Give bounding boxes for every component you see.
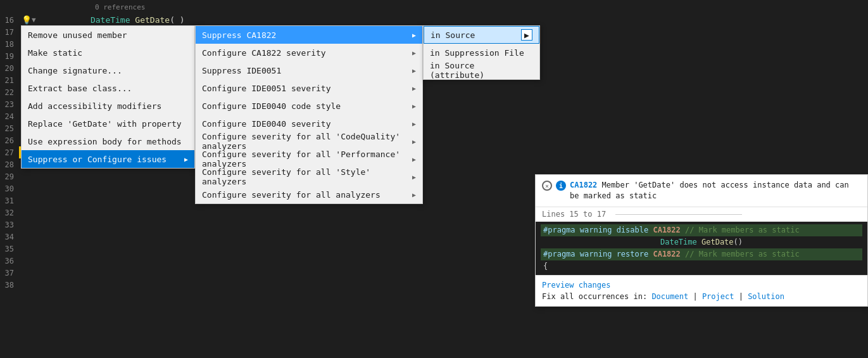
pragma-restore-line: #pragma warning restore CA1822 // Mark m…: [541, 248, 862, 260]
code-line-36: 36: [0, 255, 253, 267]
menu-item-change-signature[interactable]: Change signature...: [22, 61, 194, 79]
line-number-17: 17: [0, 28, 19, 37]
preview-desc-text: Member 'GetDate' does not access instanc…: [570, 181, 849, 200]
submenu-item-label: Configure IDE0040 code style: [202, 101, 341, 111]
code-line-32: 32: [0, 207, 253, 219]
menu-item-label: Replace 'GetDate' with property: [28, 119, 182, 129]
submenu-item-label: Configure severity for all 'CodeQuality'…: [202, 132, 412, 151]
submenu-arrow-icon: ▶: [412, 32, 416, 39]
submenu-item-label: Configure severity for all 'Style' analy…: [202, 167, 412, 186]
preview-header: ⨯ i CA1822 Member 'GetDate' does not acc…: [536, 175, 867, 207]
brace-line: {: [541, 260, 862, 272]
submenu-item-configure-performance[interactable]: Configure severity for all 'Performance'…: [196, 150, 422, 168]
preview-footer: Preview changes Fix all occurrences in: …: [536, 275, 867, 306]
code-line-38: 38: [0, 279, 253, 291]
submenu-item-label: Suppress CA1822: [202, 30, 276, 40]
separator-1: |: [693, 292, 701, 301]
info-icon: i: [556, 181, 566, 191]
submenu2-item-in-suppression-file[interactable]: in Suppression File: [424, 44, 539, 61]
submenu-suppress-configure: Suppress CA1822 ▶ Configure CA1822 sever…: [195, 25, 423, 204]
preview-description: CA1822 Member 'GetDate' does not access …: [570, 180, 861, 201]
submenu2-item-label: in Source (attribute): [430, 61, 533, 80]
menu-item-add-accessibility[interactable]: Add accessibility modifiers: [22, 97, 194, 115]
submenu-item-configure-codequality[interactable]: Configure severity for all 'CodeQuality'…: [196, 132, 422, 150]
menu-item-extract-base[interactable]: Extract base class...: [22, 79, 194, 97]
submenu2-item-in-source-attribute[interactable]: in Source (attribute): [424, 61, 539, 79]
submenu-item-label: Configure severity for all 'Performance'…: [202, 150, 412, 169]
menu-item-label: Extract base class...: [28, 84, 132, 93]
submenu-arrow-icon: ▶: [412, 138, 416, 145]
submenu-arrow-icon: ▶: [412, 103, 416, 110]
submenu-indicator-icon: ▶: [521, 29, 532, 41]
submenu-arrow-icon: ▶: [184, 156, 188, 163]
dropdown-arrow-icon[interactable]: ▼: [32, 16, 36, 24]
submenu-arrow-icon: ▶: [412, 156, 416, 163]
menu-item-label: Add accessibility modifiers: [28, 101, 161, 111]
menu-item-label: Make static: [28, 48, 82, 58]
submenu2-item-label: in Source: [431, 30, 475, 40]
code-line-33: 33: [0, 219, 253, 231]
datetime-line: DateTime GetDate(): [541, 236, 862, 248]
line-number-16: 16: [0, 16, 19, 25]
submenu-item-configure-ide0040-severity[interactable]: Configure IDE0040 severity ▶: [196, 115, 422, 132]
divider: [615, 214, 742, 215]
submenu-in-source: in Source ▶ in Suppression File in Sourc…: [423, 25, 540, 80]
submenu-arrow-icon: ▶: [412, 174, 416, 181]
menu-item-expression-body[interactable]: Use expression body for methods: [22, 132, 194, 150]
menu-item-suppress-configure[interactable]: Suppress or Configure issues ▶: [22, 150, 194, 168]
submenu-item-label: Configure CA1822 severity: [202, 48, 326, 58]
fix-all-line: Fix all occurrences in: Document | Proje…: [542, 292, 861, 301]
code-line-35: 35: [0, 243, 253, 255]
menu-item-replace-with-property[interactable]: Replace 'GetDate' with property: [22, 115, 194, 132]
code-line-37: 37: [0, 267, 253, 279]
code-line-16: 16 💡 ▼ DateTime GetDate( ): [0, 14, 253, 26]
ca-badge: CA1822: [570, 181, 597, 189]
fix-project-link[interactable]: Project: [702, 292, 734, 301]
dismiss-icon[interactable]: ⨯: [542, 181, 552, 191]
menu-item-remove-unused[interactable]: Remove unused member: [22, 26, 194, 44]
submenu-item-label: Configure severity for all analyzers: [202, 190, 381, 200]
preview-panel: ⨯ i CA1822 Member 'GetDate' does not acc…: [535, 174, 868, 307]
fix-solution-link[interactable]: Solution: [748, 292, 784, 301]
code-line-34: 34: [0, 231, 253, 243]
lines-label: Lines 15 to 17: [536, 207, 867, 222]
code-preview-area: #pragma warning disable CA1822 // Mark m…: [536, 222, 867, 275]
submenu-item-suppress-ca1822[interactable]: Suppress CA1822 ▶: [196, 26, 422, 44]
pragma-disable-line: #pragma warning disable CA1822 // Mark m…: [541, 224, 862, 236]
submenu-item-configure-ide0040-style[interactable]: Configure IDE0040 code style ▶: [196, 97, 422, 115]
menu-item-label: Remove unused member: [28, 30, 127, 40]
submenu2-item-in-source[interactable]: in Source ▶: [424, 26, 539, 44]
separator-2: |: [739, 292, 748, 301]
submenu-arrow-icon: ▶: [412, 49, 416, 56]
submenu-item-suppress-ide0051[interactable]: Suppress IDE0051 ▶: [196, 61, 422, 79]
submenu2-item-label: in Suppression File: [430, 48, 524, 58]
submenu-arrow-icon: ▶: [412, 120, 416, 127]
preview-changes-link[interactable]: Preview changes: [542, 281, 610, 290]
menu-item-label: Change signature...: [28, 66, 122, 75]
submenu-item-configure-style[interactable]: Configure severity for all 'Style' analy…: [196, 168, 422, 186]
submenu-arrow-icon: ▶: [412, 191, 416, 198]
submenu-item-configure-all[interactable]: Configure severity for all analyzers ▶: [196, 186, 422, 203]
submenu-item-configure-ca1822[interactable]: Configure CA1822 severity ▶: [196, 44, 422, 61]
submenu-item-label: Configure IDE0051 severity: [202, 84, 331, 93]
menu-item-label: Use expression body for methods: [28, 137, 182, 146]
line-number-18: 18: [0, 40, 19, 49]
submenu-arrow-icon: ▶: [412, 85, 416, 92]
context-menu: Remove unused member Make static Change …: [21, 25, 195, 169]
submenu-item-configure-ide0051[interactable]: Configure IDE0051 severity ▶: [196, 79, 422, 97]
submenu-arrow-icon: ▶: [412, 67, 416, 74]
menu-item-label: Suppress or Configure issues: [28, 155, 167, 164]
menu-item-make-static[interactable]: Make static: [22, 44, 194, 61]
submenu-item-label: Configure IDE0040 severity: [202, 119, 331, 129]
bulb-icon[interactable]: 💡: [22, 15, 32, 25]
submenu-item-label: Suppress IDE0051: [202, 66, 281, 75]
fix-document-link[interactable]: Document: [651, 292, 688, 301]
